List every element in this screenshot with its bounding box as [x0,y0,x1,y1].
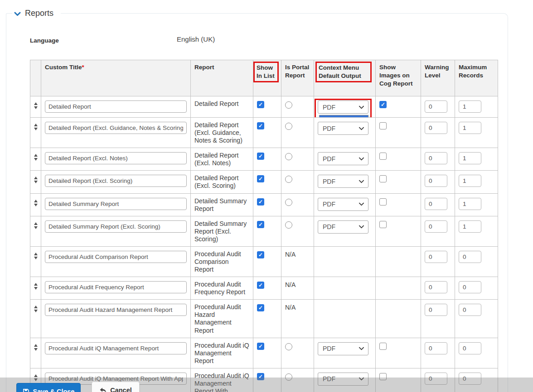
maximum-records-input[interactable] [459,342,481,354]
output-select[interactable]: PDF [318,342,368,355]
save-and-close-button[interactable]: Save & Close [16,383,81,392]
drag-handle-cell[interactable] [30,300,41,338]
show-in-list-checkbox[interactable]: ✓ [257,101,264,108]
drag-handle-icon[interactable] [34,154,38,161]
output-select[interactable]: PDF [318,175,368,188]
drag-handle-icon[interactable] [34,253,38,259]
show-images-checkbox[interactable] [379,221,387,228]
is-portal-radio[interactable] [285,153,292,160]
warning-level-input[interactable] [425,304,447,316]
warning-level-input[interactable] [425,220,447,233]
custom-title-input[interactable] [45,342,187,354]
show-images-checkbox[interactable] [379,175,387,182]
show-in-list-checkbox[interactable]: ✓ [257,198,264,206]
maximum-records-input[interactable] [459,175,481,187]
is-portal-radio[interactable] [285,343,292,350]
custom-title-cell [41,171,191,193]
output-select-value: PDF [323,345,335,352]
is-portal-radio[interactable] [285,176,292,183]
custom-title-input[interactable] [45,175,187,187]
drag-handle-cell[interactable] [30,118,41,148]
drag-handle-cell[interactable] [30,171,41,193]
show-in-list-checkbox[interactable]: ✓ [257,304,264,311]
floppy-disk-icon [23,388,29,392]
show-images-checkbox[interactable] [379,343,387,350]
drag-handle-icon[interactable] [34,306,38,312]
warning-level-input[interactable] [425,100,447,113]
output-select-value: PDF [323,178,335,185]
output-select[interactable]: PDF [318,198,368,211]
drag-handle-icon[interactable] [34,344,38,351]
custom-title-input[interactable] [45,198,187,210]
show-images-checkbox[interactable]: ✓ [379,101,387,108]
maximum-records-input[interactable] [459,251,481,263]
dropdown-option[interactable]: PDF [320,115,368,118]
custom-title-input[interactable] [45,304,187,316]
maximum-records-input[interactable] [459,281,481,293]
collapse-chevron-icon[interactable] [14,10,21,18]
is-portal-radio[interactable] [285,101,292,109]
warning-level-input[interactable] [425,122,447,134]
output-select[interactable]: PDF [318,152,368,165]
show-in-list-checkbox[interactable]: ✓ [257,343,264,350]
maximum-records-input[interactable] [459,100,481,113]
custom-title-cell [41,300,191,338]
is-portal-radio[interactable] [285,123,292,130]
drag-handle-cell[interactable] [30,338,41,368]
warning-level-input[interactable] [425,281,447,293]
is-portal-radio[interactable] [285,199,292,206]
maximum-records-input[interactable] [459,198,481,210]
custom-title-input[interactable] [45,152,187,164]
drag-handle-icon[interactable] [34,124,38,130]
output-select[interactable]: PDF [318,220,368,234]
drag-handle-icon[interactable] [34,283,38,290]
custom-title-input[interactable] [45,220,187,233]
show-images-header: Show Images on Cog Report [376,60,421,96]
maximum-records-input[interactable] [459,220,481,233]
drag-handle-cell[interactable] [30,277,41,300]
drag-handle-cell[interactable] [30,96,41,118]
is-portal-cell [281,96,314,118]
show-images-checkbox[interactable] [379,153,387,160]
custom-title-input[interactable] [45,251,187,263]
maximum-records-cell [455,216,498,246]
maximum-records-input[interactable] [459,122,481,134]
show-images-checkbox[interactable] [379,198,387,206]
drag-handle-cell[interactable] [30,148,41,171]
drag-handle-cell[interactable] [30,246,41,277]
drag-handle-cell[interactable] [30,216,41,246]
warning-level-input[interactable] [425,342,447,354]
custom-title-input[interactable] [45,122,187,134]
drag-handle-icon[interactable] [34,200,38,206]
show-in-list-checkbox[interactable]: ✓ [257,175,264,182]
drag-handle-icon[interactable] [34,222,38,229]
warning-level-input[interactable] [425,251,447,263]
is-portal-radio[interactable] [285,221,292,229]
show-in-list-checkbox[interactable]: ✓ [257,153,264,160]
show-images-checkbox[interactable] [379,122,387,129]
context-menu-output-cell: PDF [314,118,376,148]
report-name: Detailed Summary Report [191,193,253,216]
output-select[interactable]: PDF [318,100,368,114]
drag-handle-icon[interactable] [34,177,38,183]
reports-section-header[interactable]: Reports [12,9,61,18]
maximum-records-cell [455,148,498,171]
show-in-list-checkbox[interactable]: ✓ [257,251,264,258]
drag-handle-icon[interactable] [34,102,38,109]
show-in-list-checkbox[interactable]: ✓ [257,282,264,289]
context-menu-output-cell: PDF [314,338,376,368]
warning-level-input[interactable] [425,152,447,164]
is-portal-cell [281,193,314,216]
maximum-records-input[interactable] [459,152,481,164]
warning-level-input[interactable] [425,198,447,210]
show-in-list-checkbox[interactable]: ✓ [257,221,264,228]
cancel-button[interactable]: Cancel [92,382,140,392]
custom-title-input[interactable] [45,100,187,113]
drag-handle-cell[interactable] [30,193,41,216]
warning-level-input[interactable] [425,175,447,187]
custom-title-input[interactable] [45,281,187,293]
output-select-wrap: PDF [318,152,368,165]
show-in-list-checkbox[interactable]: ✓ [257,122,264,129]
output-select[interactable]: PDF [318,122,368,135]
maximum-records-input[interactable] [459,304,481,316]
